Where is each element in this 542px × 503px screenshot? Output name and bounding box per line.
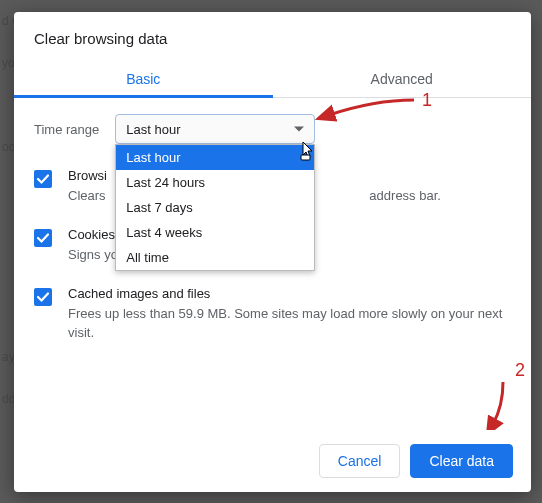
- option-last-hour[interactable]: Last hour: [116, 145, 314, 170]
- tab-advanced[interactable]: Advanced: [273, 61, 532, 97]
- checkbox-cookies[interactable]: [34, 229, 52, 247]
- cache-title: Cached images and files: [68, 286, 511, 301]
- option-last-7-days[interactable]: Last 7 days: [116, 195, 314, 220]
- time-range-label: Time range: [34, 122, 99, 137]
- cancel-button[interactable]: Cancel: [319, 444, 401, 478]
- chevron-down-icon: [294, 127, 304, 132]
- checkbox-browsing-history[interactable]: [34, 170, 52, 188]
- checkbox-cache[interactable]: [34, 288, 52, 306]
- clear-data-button[interactable]: Clear data: [410, 444, 513, 478]
- dialog-title: Clear browsing data: [14, 12, 531, 61]
- dialog-content: Time range Last hour Last hour Last 24 h…: [14, 98, 531, 430]
- option-all-time[interactable]: All time: [116, 245, 314, 270]
- time-range-select[interactable]: Last hour: [115, 114, 315, 144]
- clear-browsing-data-dialog: Clear browsing data Basic Advanced Time …: [14, 12, 531, 492]
- time-range-selected: Last hour: [126, 122, 180, 137]
- tabs: Basic Advanced: [14, 61, 531, 98]
- option-last-4-weeks[interactable]: Last 4 weeks: [116, 220, 314, 245]
- option-last-24-hours[interactable]: Last 24 hours: [116, 170, 314, 195]
- dialog-footer: 2 Cancel Clear data: [14, 430, 531, 492]
- tab-basic[interactable]: Basic: [14, 61, 273, 97]
- cache-desc: Frees up less than 59.9 MB. Some sites m…: [68, 305, 511, 341]
- time-range-dropdown: Last hour Last 24 hours Last 7 days Last…: [115, 144, 315, 271]
